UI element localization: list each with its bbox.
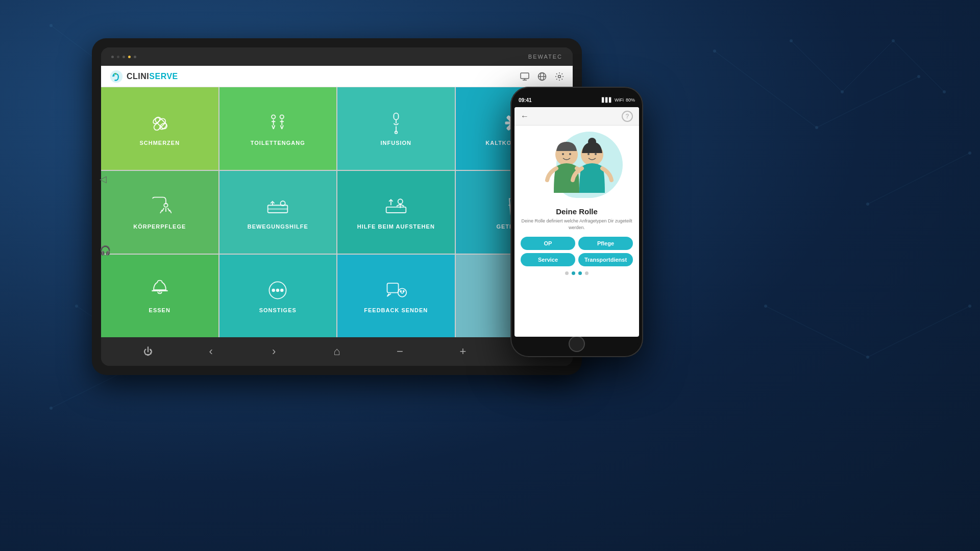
role-op-button[interactable]: OP xyxy=(521,237,575,250)
grid-item-sonstiges[interactable]: SONSTIGES xyxy=(219,255,337,337)
movement-icon xyxy=(266,195,289,218)
phone-navbar: ← ? xyxy=(514,107,639,126)
svg-point-13 xyxy=(50,24,53,27)
svg-point-30 xyxy=(892,39,895,42)
svg-point-67 xyxy=(398,199,402,204)
wifi-icon: WiFi xyxy=(615,97,624,103)
tablet-inner: BEWATEC CLINISERVE xyxy=(101,47,573,366)
tablet-indicators xyxy=(111,56,136,58)
svg-point-31 xyxy=(943,90,946,93)
phone-time: 09:41 xyxy=(519,97,532,103)
grid-item-hilfe[interactable]: HILFE BEIM AUFSTEHEN xyxy=(337,171,455,254)
svg-point-81 xyxy=(569,153,571,155)
phone-back-button[interactable]: ← xyxy=(521,112,529,121)
tablet-screen: CLINISERVE xyxy=(101,66,573,337)
svg-point-73 xyxy=(277,289,279,292)
globe-icon[interactable] xyxy=(537,71,547,82)
feedback-label: FEEDBACK SENDEN xyxy=(364,307,428,313)
svg-point-28 xyxy=(790,39,793,42)
phone-illustration xyxy=(531,132,623,203)
koerperpflege-label: KÖRPERPFLEGE xyxy=(133,223,186,230)
settings-icon[interactable] xyxy=(554,71,565,82)
grid-item-schmerzen[interactable]: SCHMERZEN xyxy=(101,87,218,170)
svg-line-62 xyxy=(169,210,172,213)
plus-button[interactable]: + xyxy=(455,343,471,360)
bell-icon xyxy=(148,279,172,302)
forward-button[interactable]: › xyxy=(266,343,282,360)
pagination-dots xyxy=(565,271,589,275)
tablet-headphone: 🎧 xyxy=(100,245,111,256)
svg-point-46 xyxy=(272,115,275,118)
role-pflege-button[interactable]: Pflege xyxy=(578,237,633,250)
tablet-device: BEWATEC CLINISERVE xyxy=(92,38,582,375)
tablet-dot-2 xyxy=(122,56,125,58)
toilettengang-label: TOILETTENGANG xyxy=(251,140,305,146)
page-dot-2 xyxy=(572,271,575,275)
grid-item-toilettengang[interactable]: TOILETTENGANG xyxy=(219,87,337,170)
svg-point-22 xyxy=(764,305,767,308)
logo-text: CLINISERVE xyxy=(127,72,178,81)
grid-item-feedback[interactable]: FEEDBACK SENDEN xyxy=(337,255,455,337)
role-service-button[interactable]: Service xyxy=(521,253,575,266)
svg-point-84 xyxy=(587,153,590,155)
grid-item-infusion[interactable]: INFUSION xyxy=(337,87,455,170)
phone-device: 09:41 ▋▋▋ WiFi 80% ← ? xyxy=(510,87,643,357)
tablet-topbar: BEWATEC xyxy=(101,47,573,66)
svg-rect-75 xyxy=(387,283,398,292)
dots-icon xyxy=(266,279,289,302)
back-button[interactable]: ‹ xyxy=(203,343,219,360)
phone-screen: ← ? xyxy=(514,107,639,337)
svg-point-33 xyxy=(113,74,115,77)
signal-icon: ▋▋▋ xyxy=(602,97,612,103)
svg-point-20 xyxy=(866,203,869,206)
phone-status-icons: ▋▋▋ WiFi 80% xyxy=(602,97,635,103)
svg-rect-35 xyxy=(521,73,529,79)
phone-home-button[interactable] xyxy=(569,336,585,352)
svg-point-85 xyxy=(595,153,597,155)
svg-point-29 xyxy=(841,90,844,93)
svg-point-27 xyxy=(75,305,78,308)
svg-point-18 xyxy=(815,126,818,129)
monitor-icon[interactable] xyxy=(520,71,530,82)
minus-button[interactable]: − xyxy=(391,343,408,360)
svg-point-25 xyxy=(50,407,53,410)
svg-line-11 xyxy=(842,41,893,92)
svg-point-72 xyxy=(273,289,275,292)
sonstiges-label: SONSTIGES xyxy=(259,307,297,313)
tablet-brand-label: BEWATEC xyxy=(528,54,562,60)
tablet-dot-3 xyxy=(134,56,136,58)
svg-rect-66 xyxy=(386,207,406,213)
tablet-left-nav: ◁ xyxy=(100,173,107,185)
infusion-label: INFUSION xyxy=(380,140,411,146)
grid-item-essen[interactable]: ESSEN xyxy=(101,255,218,337)
tablet-dot-yellow xyxy=(128,56,131,58)
power-button[interactable]: ⏻ xyxy=(140,343,156,360)
role-transport-button[interactable]: Transportdienst xyxy=(578,253,633,266)
role-buttons-grid: OP Pflege Service Transportdienst xyxy=(521,237,633,266)
svg-line-61 xyxy=(160,210,162,213)
grid-item-koerperpflege[interactable]: KÖRPERPFLEGE xyxy=(101,171,218,254)
svg-line-6 xyxy=(766,306,868,357)
infusion-icon xyxy=(384,111,408,135)
svg-point-34 xyxy=(115,73,117,75)
svg-point-21 xyxy=(968,152,971,155)
svg-line-4 xyxy=(817,77,919,128)
shower-icon xyxy=(148,195,172,218)
essen-label: ESSEN xyxy=(149,307,170,313)
tablet-dot-1 xyxy=(111,56,114,58)
phone-bottom xyxy=(514,337,639,351)
grid-item-bewegungshilfe[interactable]: BEWEGUNGSHILFE xyxy=(219,171,337,254)
svg-line-58 xyxy=(162,208,164,211)
svg-point-78 xyxy=(403,291,404,292)
svg-point-23 xyxy=(866,356,869,359)
logo-serve: SERVE xyxy=(149,72,178,81)
app-header: CLINISERVE xyxy=(101,66,573,87)
home-button[interactable]: ⌂ xyxy=(329,343,345,360)
svg-point-83 xyxy=(588,138,596,146)
svg-line-3 xyxy=(715,51,817,128)
logo-clini: CLINI xyxy=(127,72,149,81)
phone-help-button[interactable]: ? xyxy=(622,111,633,122)
header-icons xyxy=(520,71,565,82)
standup-icon xyxy=(384,195,408,218)
hilfe-label: HILFE BEIM AUFSTEHEN xyxy=(357,223,435,230)
